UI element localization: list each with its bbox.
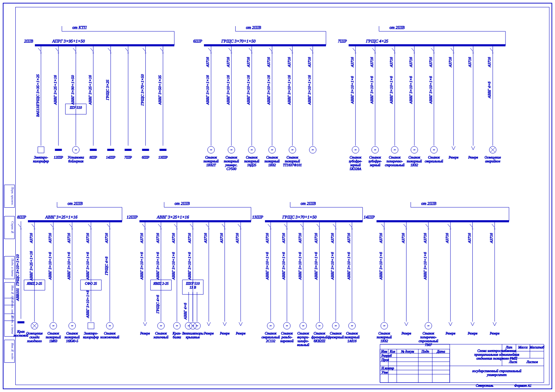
svg-text:Резерв: Резерв <box>468 155 478 159</box>
svg-text:А3716: А3716 <box>67 233 71 243</box>
svg-text:Станоктокарный1К62: Станоктокарный1К62 <box>265 155 280 167</box>
svg-text:ШУ 510: ШУ 510 <box>69 106 82 109</box>
svg-text:АВВГ 3×10+1×6: АВВГ 3×10+1×6 <box>330 252 334 280</box>
svg-line-343 <box>381 224 384 228</box>
svg-text:АВВГ 3×10+1×6: АВВГ 3×10+1×6 <box>139 252 144 280</box>
svg-rect-215 <box>88 323 94 329</box>
svg-text:Разраб: Разраб <box>381 354 392 358</box>
svg-text:А3716: А3716 <box>428 57 433 67</box>
svg-line-156 <box>470 48 473 52</box>
svg-text:Резерв: Резерв <box>401 331 411 335</box>
svg-text:~: ~ <box>176 324 178 328</box>
svg-text:Листов: Листов <box>526 360 538 364</box>
svg-text:Кол: Кол <box>389 349 395 353</box>
svg-text:ГРЩС 3×35+1×25: ГРЩС 3×35+1×25 <box>36 74 40 106</box>
svg-text:Дата: Дата <box>436 349 445 353</box>
svg-text:АВВГ 3×25+1×16: АВВГ 3×25+1×16 <box>29 251 33 281</box>
svg-text:Схема электроснабженияпринципи: Схема электроснабженияпринципиальная одн… <box>474 349 519 360</box>
svg-text:Резерв: Резерв <box>204 331 214 335</box>
svg-text:Станоксверлильный2С132: Станоксверлильный2С132 <box>261 331 280 343</box>
svg-text:Резерв: Резерв <box>235 331 245 335</box>
svg-text:Н.контр: Н.контр <box>381 366 394 370</box>
svg-line-100 <box>310 48 313 52</box>
svg-text:АВВГ 3×10+1×16: АВВГ 3×10+1×16 <box>205 75 210 105</box>
svg-text:от КТП: от КТП <box>73 25 87 30</box>
svg-text:АВВГ 3×10+1×16: АВВГ 3×10+1×16 <box>226 75 230 105</box>
svg-line-316 <box>317 224 319 228</box>
svg-text:Станокзаточный: Станокзаточный <box>153 331 168 339</box>
svg-text:АВВГ 3×10+1×6: АВВГ 3×10+1×6 <box>265 252 269 280</box>
svg-line-230 <box>142 224 145 228</box>
svg-text:А3716: А3716 <box>171 233 175 243</box>
svg-text:Станокрезьбо-нарезной: Станокрезьбо-нарезной <box>280 331 294 343</box>
svg-text:~: ~ <box>291 148 294 152</box>
svg-text:АВВГ 3×10+1×6: АВВГ 3×10+1×6 <box>314 252 318 280</box>
svg-text:~: ~ <box>312 148 314 152</box>
svg-text:А3716: А3716 <box>445 233 449 243</box>
svg-text:государственный строительныйун: государственный строительныйуниверситет <box>472 369 521 377</box>
svg-line-60 <box>208 48 211 52</box>
svg-text:АВВГ 3×10+1×6: АВВГ 3×10+1×6 <box>85 252 90 280</box>
svg-text:А3716: А3716 <box>246 57 250 67</box>
svg-text:А3716: А3716 <box>266 57 271 67</box>
svg-text:Формат   А1: Формат А1 <box>514 384 532 387</box>
svg-text:А3716: А3716 <box>219 233 223 243</box>
svg-line-364 <box>448 224 450 228</box>
svg-text:ГРЩС 3×25: ГРЩС 3×25 <box>105 79 109 100</box>
svg-text:А3716: А3716 <box>29 233 33 243</box>
svg-text:Станокпоперечно-строгальный: Станокпоперечно-строгальный <box>385 155 404 167</box>
svg-text:Станоктокарный1К62: Станоктокарный1К62 <box>377 331 391 343</box>
svg-text:от 2ШВ: от 2ШВ <box>246 25 261 30</box>
side-tab: Справ.№ <box>4 216 15 239</box>
svg-text:Резерв: Резерв <box>467 331 478 335</box>
svg-text:8ШР: 8ШР <box>17 215 26 220</box>
svg-text:А3716: А3716 <box>48 233 52 243</box>
svg-line-174 <box>18 224 21 228</box>
svg-text:Резерв: Резерв <box>220 331 230 335</box>
svg-text:АВВГ 3×25+1×16: АВВГ 3×25+1×16 <box>88 75 92 105</box>
svg-text:Станоктокарный16Д25: Станоктокарный16Д25 <box>244 155 259 167</box>
svg-text:АВВГ 3×10+1×6: АВВГ 3×10+1×6 <box>350 76 354 104</box>
svg-line-68 <box>229 48 231 52</box>
svg-text:~: ~ <box>251 148 253 152</box>
svg-line-33 <box>108 48 111 52</box>
svg-text:АВВГ 3×25+1×16: АВВГ 3×25+1×16 <box>53 75 57 105</box>
svg-text:Станоктокарный1К62: Станоктокарный1К62 <box>407 155 422 167</box>
svg-line-351 <box>404 224 406 228</box>
svg-text:~: ~ <box>286 324 288 328</box>
svg-text:АВВГ 3×10+1×6: АВВГ 3×10+1×6 <box>428 76 433 104</box>
svg-text:Резерв: Резерв <box>140 331 150 335</box>
svg-text:СтаноктокарныйТТ1637Ф101: СтаноктокарныйТТ1637Ф101 <box>283 155 302 167</box>
svg-line-111 <box>353 48 356 52</box>
svg-text:Лист: Лист <box>509 360 517 364</box>
svg-text:А3716: А3716 <box>203 233 207 243</box>
schematic-svg: от КТП2ШВАПРГ 3×95+1×50ГРЩС 3×35+1×25ВА5… <box>0 0 555 392</box>
svg-text:Масса: Масса <box>518 345 528 349</box>
svg-text:~: ~ <box>210 148 212 152</box>
svg-text:ГРЩС 4×6: ГРЩС 4×6 <box>104 256 108 275</box>
svg-text:Северсталь: Северсталь <box>476 384 494 387</box>
svg-text:ВА5133: ВА5133 <box>36 105 40 117</box>
svg-line-192 <box>51 224 53 228</box>
svg-text:Станокфрезерный6КВ2Ш: Станокфрезерный6КВ2Ш <box>311 331 327 343</box>
svg-text:АВВГ 3×10+1×16: АВВГ 3×10+1×16 <box>246 75 250 105</box>
svg-line-84 <box>269 48 272 52</box>
svg-text:~: ~ <box>355 148 357 152</box>
svg-text:ГРЩС 3×70+1×50: ГРЩС 3×70+1×50 <box>221 39 256 44</box>
svg-text:6ШР: 6ШР <box>193 39 203 44</box>
svg-line-374 <box>492 224 495 228</box>
svg-text:Станоктокарный1А616: Станоктокарный1А616 <box>344 331 359 343</box>
svg-text:~: ~ <box>335 324 337 328</box>
svg-text:ШЗУ 51013 В: ШЗУ 51013 В <box>185 282 199 289</box>
svg-text:АВВГ 3×10+1×16: АВВГ 3×10+1×16 <box>307 75 311 105</box>
svg-text:~: ~ <box>271 148 273 152</box>
svg-line-143 <box>431 48 434 52</box>
svg-line-308 <box>301 224 303 228</box>
svg-text:АВВГ 3×10+1×6: АВВГ 3×10+1×6 <box>423 252 427 280</box>
svg-text:АВВГ 3×10+1×6: АВВГ 3×10+1×6 <box>298 252 302 280</box>
svg-line-324 <box>333 224 336 228</box>
svg-text:А3716: А3716 <box>489 233 493 243</box>
svg-line-12 <box>56 48 59 52</box>
drawing-page: от КТП2ШВАПРГ 3×95+1×50ГРЩС 3×35+1×25ВА5… <box>0 0 555 392</box>
svg-text:Станоксверлильный: Станоксверлильный <box>425 155 443 163</box>
